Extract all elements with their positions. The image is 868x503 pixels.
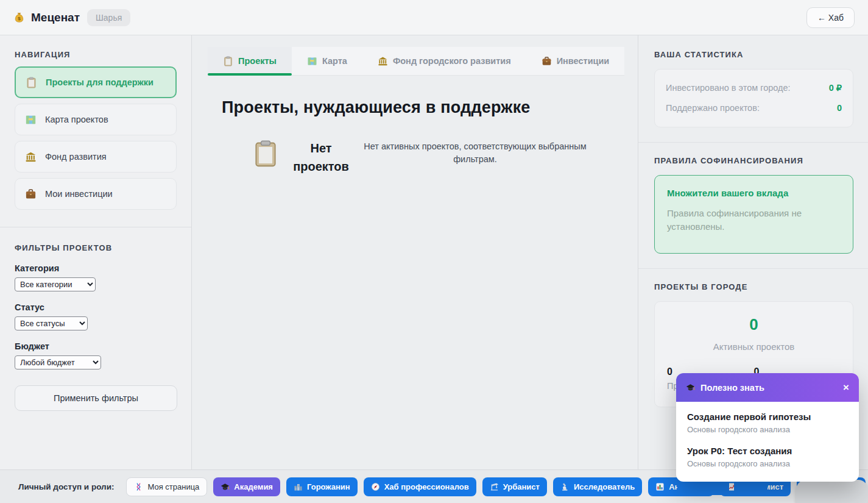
cofinancing-section: ПРАВИЛА СОФИНАНСИРОВАНИЯ Множители вашег… xyxy=(638,142,868,254)
empty-state: Нет проектов Нет активных проектов, соот… xyxy=(252,138,588,176)
map-icon xyxy=(307,56,317,66)
app-title: Меценат xyxy=(31,11,80,24)
briefcase-icon xyxy=(25,188,37,200)
compass-icon xyxy=(371,482,380,491)
main-tab[interactable]: Карта xyxy=(292,47,362,75)
filter-group: Статус Все статусы xyxy=(15,302,177,330)
role-button-label: Урбанист xyxy=(503,482,540,491)
dna-icon xyxy=(134,482,143,491)
filter-label: Бюджет xyxy=(15,341,177,351)
active-projects-label: Активных проектов xyxy=(667,341,841,352)
briefcase-icon xyxy=(542,56,552,66)
money-bag-icon: $ xyxy=(13,12,25,23)
tips-popup-title: Полезно знать xyxy=(700,383,764,393)
clipboard-icon xyxy=(26,77,37,88)
sidebar-divider xyxy=(0,227,191,227)
main-content: Проекты Карта Фонд городского развития И… xyxy=(192,35,638,469)
filter-group: Бюджет Любой бюджет xyxy=(15,341,177,369)
your-stats-title: ВАША СТАТИСТИКА xyxy=(654,50,853,59)
crane-icon xyxy=(490,482,499,491)
graduation-cap-icon xyxy=(686,383,695,392)
filter-group: Категория Все категории xyxy=(15,263,177,291)
stat-row: Инвестировано в этом городе: 0 ₽ xyxy=(666,83,842,93)
sidebar-nav-item[interactable]: Мои инвестиции xyxy=(15,178,177,210)
project-filters: Категория Все категории Статус Все стату… xyxy=(15,263,177,369)
tip-item-subtitle: Основы городского анализа xyxy=(687,425,848,434)
role-button[interactable]: Академия xyxy=(213,477,280,496)
role-button[interactable]: Горожанин xyxy=(286,477,358,496)
stat-label: Инвестировано в этом городе: xyxy=(666,83,791,93)
sidebar-nav-item[interactable]: Карта проектов xyxy=(15,104,177,135)
stat-label: Поддержано проектов: xyxy=(666,103,760,113)
cofinancing-card: Множители вашего вклада Правила софинанс… xyxy=(654,175,853,254)
filter-label: Статус xyxy=(15,302,177,312)
active-projects-count: 0 xyxy=(667,315,841,334)
sidebar-nav-label: Карта проектов xyxy=(45,115,108,124)
app-header: $ Меценат Шарья ← Хаб xyxy=(0,0,868,35)
main-tab[interactable]: Инвестиции xyxy=(526,47,625,75)
sidebar-nav-label: Фонд развития xyxy=(45,152,107,162)
city-icon xyxy=(294,482,303,491)
navigation-sidebar: НАВИГАЦИЯ Проекты для поддержки Карта пр… xyxy=(0,35,192,469)
tab-label: Инвестиции xyxy=(557,56,610,66)
tip-item-title: Создание первой гипотезы xyxy=(687,412,848,422)
stat-value: 0 ₽ xyxy=(829,83,842,93)
filters-title: ФИЛЬТРЫ ПРОЕКТОВ xyxy=(15,243,177,252)
tab-label: Фонд городского развития xyxy=(393,56,511,66)
svg-text:$: $ xyxy=(18,16,21,21)
cofinancing-card-text: Правила софинансирования не установлены. xyxy=(667,207,807,234)
microscope-icon xyxy=(560,482,570,491)
filter-select[interactable]: Любой бюджет xyxy=(15,355,101,369)
back-to-hub-button[interactable]: ← Хаб xyxy=(806,7,855,28)
sidebar-nav-item[interactable]: Проекты для поддержки xyxy=(15,66,177,98)
cofinancing-title: ПРАВИЛА СОФИНАНСИРОВАНИЯ xyxy=(654,156,853,165)
app-brand: $ Меценат xyxy=(13,11,80,24)
empty-state-description: Нет активных проектов, соответствующих в… xyxy=(362,140,588,166)
chat-widget-button[interactable] xyxy=(796,480,868,503)
role-button-label: Академия xyxy=(234,482,273,491)
bank-icon xyxy=(378,56,388,66)
navigation-title: НАВИГАЦИЯ xyxy=(15,50,177,59)
tip-item[interactable]: Создание первой гипотезы Основы городско… xyxy=(687,412,848,434)
role-button-label: Горожанин xyxy=(307,482,350,491)
sidebar-nav-label: Проекты для поддержки xyxy=(46,77,153,87)
tips-popup-header: Полезно знать × xyxy=(676,373,859,402)
main-tab[interactable]: Фонд городского развития xyxy=(362,47,526,75)
empty-state-title: Нет проектов xyxy=(292,139,350,176)
role-button[interactable]: Моя страница xyxy=(126,477,207,496)
city-projects-title: ПРОЕКТЫ В ГОРОДЕ xyxy=(654,282,853,291)
bank-icon xyxy=(25,151,37,163)
stat-value: 0 xyxy=(837,103,842,113)
filter-select[interactable]: Все статусы xyxy=(15,316,88,330)
map-icon xyxy=(25,114,37,126)
cofinancing-card-title: Множители вашего вклада xyxy=(667,188,841,198)
role-button-label: Моя страница xyxy=(147,482,199,491)
close-icon[interactable]: × xyxy=(843,382,849,393)
tip-item-title: Урок Р0: Тест создания xyxy=(687,446,848,456)
tip-item[interactable]: Урок Р0: Тест создания Основы городского… xyxy=(687,446,848,468)
role-button[interactable]: Исследователь xyxy=(553,477,642,496)
tips-popup: Полезно знать × Создание первой гипотезы… xyxy=(676,373,859,482)
clipboard-icon xyxy=(223,56,233,66)
tab-label: Проекты xyxy=(238,56,277,66)
filter-select[interactable]: Все категории xyxy=(15,277,96,291)
navigation-list: Проекты для поддержки Карта проектов Фон… xyxy=(15,66,177,210)
graduation-cap-icon xyxy=(221,482,230,491)
city-badge: Шарья xyxy=(87,9,130,26)
filter-label: Категория xyxy=(15,263,177,273)
sidebar-nav-label: Мои инвестиции xyxy=(45,189,113,199)
tab-label: Карта xyxy=(322,56,347,66)
bar-chart-icon xyxy=(655,482,665,491)
page-title: Проекты, нуждающиеся в поддержке xyxy=(222,98,531,117)
role-button[interactable]: Хаб профессионалов xyxy=(364,477,476,496)
main-tab[interactable]: Проекты xyxy=(208,47,292,75)
role-button[interactable]: Урбанист xyxy=(482,477,547,496)
role-button-label: Исследователь xyxy=(574,482,635,491)
tips-popup-body: Создание первой гипотезы Основы городско… xyxy=(676,402,859,478)
clipboard-icon xyxy=(252,138,280,169)
stat-row: Поддержано проектов: 0 xyxy=(666,103,842,113)
sidebar-nav-item[interactable]: Фонд развития xyxy=(15,141,177,173)
role-button-label: Хаб профессионалов xyxy=(384,482,469,491)
your-stats-card: Инвестировано в этом городе: 0 ₽ Поддерж… xyxy=(654,69,853,127)
apply-filters-button[interactable]: Применить фильтры xyxy=(15,385,177,411)
